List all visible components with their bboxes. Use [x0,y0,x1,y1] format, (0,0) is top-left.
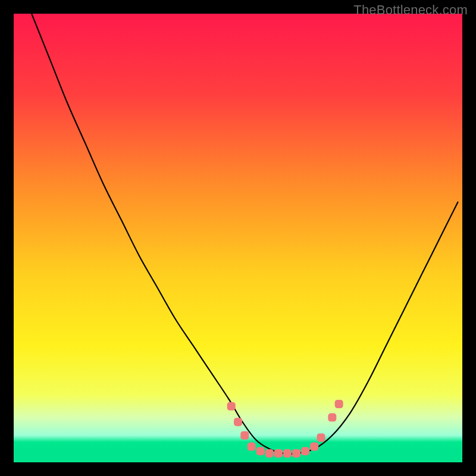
marker-point [301,447,309,455]
marker-point [274,449,283,458]
marker-point [248,443,256,451]
marker-point [328,414,336,422]
watermark-text: TheBottleneck.com [353,2,468,18]
curve-layer [14,14,462,462]
marker-point [310,443,318,451]
marker-point [234,418,242,426]
plot-area [14,14,462,462]
bottleneck-curve [32,14,458,454]
chart-frame: TheBottleneck.com [0,0,476,476]
marker-point [335,400,343,408]
marker-point [256,447,265,455]
marker-point [283,449,292,458]
highlighted-points [227,400,343,458]
marker-point [240,431,249,440]
marker-point [265,449,274,458]
marker-point [292,449,300,458]
marker-point [227,402,236,411]
marker-point [317,434,325,442]
